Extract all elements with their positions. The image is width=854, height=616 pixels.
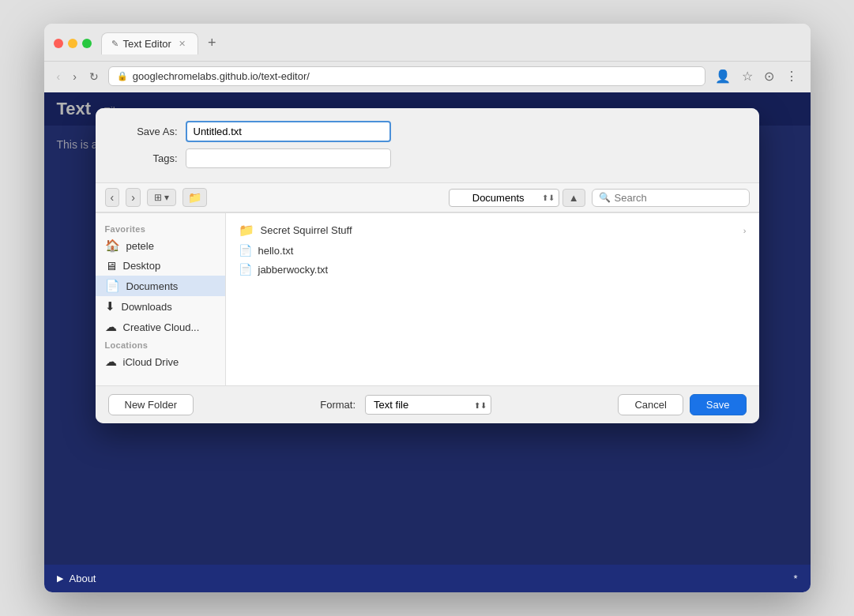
format-select[interactable]: Text file <box>365 395 491 415</box>
dialog-footer: New Folder Format: Text file ⬆⬇ Cancel S… <box>96 386 759 423</box>
save-dialog: Save As: Tags: ‹ › ⊞ ▾ 📁 <box>96 108 759 423</box>
url-text: googlechromelabs.github.io/text-editor/ <box>133 70 310 82</box>
folder-icon: 📁 <box>239 223 254 238</box>
sidebar-item-label: iCloud Drive <box>123 356 179 368</box>
sidebar-item-label: Downloads <box>122 301 172 313</box>
title-bar: ✎ Text Editor ✕ + <box>44 24 811 62</box>
file-icon: 📄 <box>239 263 252 276</box>
bottom-bar: ▶ About * <box>44 565 811 592</box>
view-chevron: ▾ <box>164 192 169 203</box>
profile-icon[interactable]: ⊙ <box>761 67 777 85</box>
sidebar-item-label: petele <box>126 240 154 252</box>
back-button[interactable]: ‹ <box>54 69 64 85</box>
desktop-icon: 🖥 <box>105 259 117 272</box>
documents-icon: 📄 <box>105 279 120 293</box>
active-tab[interactable]: ✎ Text Editor ✕ <box>101 32 198 54</box>
search-box: 🔍 <box>592 189 750 207</box>
cancel-button[interactable]: Cancel <box>618 394 683 415</box>
toolbar-back-button[interactable]: ‹ <box>105 188 120 207</box>
tags-row: Tags: <box>115 148 740 168</box>
close-button[interactable] <box>54 39 63 48</box>
about-arrow-icon: ▶ <box>57 573 63 584</box>
dialog-body: Favorites 🏠 petele 🖥 Desktop 📄 Documents <box>96 212 759 386</box>
about-label[interactable]: About <box>70 573 96 584</box>
maximize-button[interactable] <box>82 39 92 48</box>
icloud-icon: ☁ <box>105 355 117 369</box>
star-icon[interactable]: ☆ <box>739 67 756 85</box>
dialog-sidebar: Favorites 🏠 petele 🖥 Desktop 📄 Documents <box>96 213 226 385</box>
file-name: jabberwocky.txt <box>258 264 329 276</box>
asterisk-label: * <box>793 573 797 584</box>
format-select-wrapper: Text file ⬆⬇ <box>365 395 491 415</box>
favorites-label: Favorites <box>96 221 225 235</box>
address-input[interactable]: 🔒 googlechromelabs.github.io/text-editor… <box>108 66 705 86</box>
save-as-label: Save As: <box>115 126 178 137</box>
tab-title: Text Editor <box>123 38 171 50</box>
format-label: Format: <box>320 399 356 411</box>
sidebar-item-creative-cloud[interactable]: ☁ Creative Cloud... <box>96 317 225 337</box>
sidebar-item-downloads[interactable]: ⬇ Downloads <box>96 296 225 317</box>
folder-arrow-icon: › <box>743 226 747 235</box>
toolbar-new-folder-icon[interactable]: 📁 <box>182 188 207 207</box>
location-select[interactable]: Documents <box>449 189 559 207</box>
save-as-input[interactable] <box>186 121 391 142</box>
dialog-toolbar: ‹ › ⊞ ▾ 📁 Documents ⬆⬇ <box>96 182 759 212</box>
browser-window: ✎ Text Editor ✕ + ‹ › ↻ 🔒 googlechromela… <box>44 24 811 592</box>
menu-icon[interactable]: ⋮ <box>782 67 801 85</box>
file-name: Secret Squirrel Stuff <box>261 224 352 236</box>
file-item-secret-squirrel[interactable]: 📁 Secret Squirrel Stuff › <box>232 220 753 241</box>
location-selector: Documents ⬆⬇ ▲ <box>449 189 585 207</box>
toolbar-forward-button[interactable]: › <box>126 188 141 207</box>
tags-label: Tags: <box>115 152 178 164</box>
toolbar-view-button[interactable]: ⊞ ▾ <box>147 189 176 206</box>
sidebar-item-documents[interactable]: 📄 Documents <box>96 276 225 296</box>
save-button[interactable]: Save <box>690 394 747 415</box>
new-folder-button[interactable]: New Folder <box>108 394 194 415</box>
file-icon: 📄 <box>239 244 252 257</box>
sidebar-item-label: Documents <box>126 280 179 292</box>
search-input[interactable] <box>615 192 733 204</box>
search-icon: 🔍 <box>599 192 611 203</box>
account-icon[interactable]: 👤 <box>712 67 734 85</box>
downloads-icon: ⬇ <box>105 299 115 314</box>
file-name: hello.txt <box>258 245 294 257</box>
creative-cloud-icon: ☁ <box>105 320 117 334</box>
minimize-button[interactable] <box>68 39 77 48</box>
file-list: 📁 Secret Squirrel Stuff › 📄 hello.txt 📄 … <box>226 213 759 385</box>
tab-icon: ✎ <box>111 39 119 49</box>
sidebar-item-icloud[interactable]: ☁ iCloud Drive <box>96 351 225 372</box>
sidebar-item-petele[interactable]: 🏠 petele <box>96 235 225 256</box>
sidebar-item-label: Creative Cloud... <box>123 321 200 333</box>
view-icon: ⊞ <box>154 192 162 203</box>
traffic-lights <box>54 39 92 48</box>
address-bar: ‹ › ↻ 🔒 googlechromelabs.github.io/text-… <box>44 62 811 92</box>
tab-close-button[interactable]: ✕ <box>176 38 188 50</box>
page-content: Text File This is a n Save As: Tags: <box>44 92 811 565</box>
tags-input[interactable] <box>186 148 391 168</box>
lock-icon: 🔒 <box>117 71 128 81</box>
sidebar-item-desktop[interactable]: 🖥 Desktop <box>96 256 225 276</box>
file-item-hello[interactable]: 📄 hello.txt <box>232 241 753 260</box>
dialog-header: Save As: Tags: <box>96 108 759 182</box>
forward-button[interactable]: › <box>70 69 80 85</box>
location-select-wrapper: Documents ⬆⬇ <box>449 189 559 207</box>
locations-label: Locations <box>96 337 225 351</box>
refresh-button[interactable]: ↻ <box>86 69 102 85</box>
tab-bar: ✎ Text Editor ✕ + <box>101 32 801 54</box>
save-as-row: Save As: <box>115 121 740 142</box>
browser-actions: 👤 ☆ ⊙ ⋮ <box>712 67 801 85</box>
expand-button[interactable]: ▲ <box>562 189 585 207</box>
sidebar-item-label: Desktop <box>123 260 161 272</box>
new-tab-button[interactable]: + <box>201 32 223 54</box>
home-icon: 🏠 <box>105 239 120 253</box>
file-item-jabberwocky[interactable]: 📄 jabberwocky.txt <box>232 260 753 279</box>
dialog-overlay: Save As: Tags: ‹ › ⊞ ▾ 📁 <box>44 92 811 565</box>
